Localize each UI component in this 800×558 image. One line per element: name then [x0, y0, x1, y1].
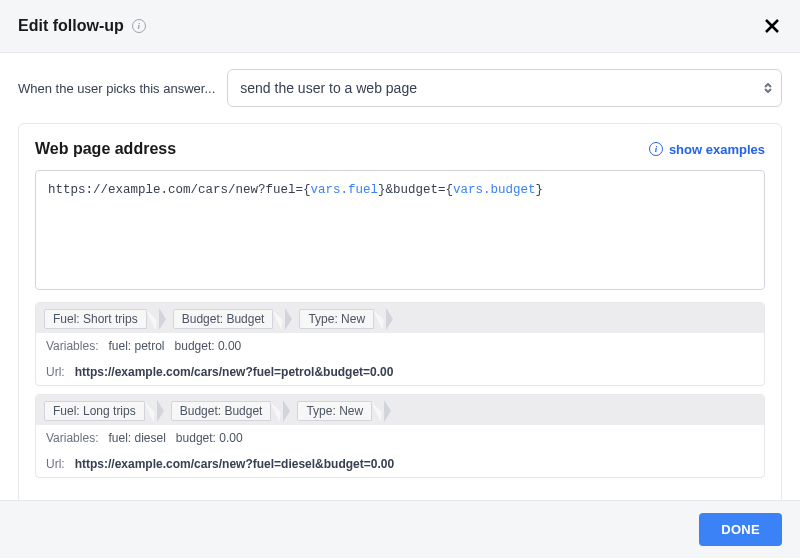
variable-kv: fuel: petrol [108, 339, 164, 353]
url-token-text: }&budget={ [378, 183, 453, 197]
url-token-var: vars.budget [453, 183, 536, 197]
done-button[interactable]: DONE [699, 513, 782, 546]
breadcrumb-item: Fuel: Short trips [44, 309, 159, 327]
header-left: Edit follow-up i [18, 17, 146, 35]
variables-label: Variables: [46, 339, 98, 353]
breadcrumb: Fuel: Long tripsBudget: BudgetType: New [36, 395, 764, 425]
url-token-text: https://example.com/cars/new?fuel={ [48, 183, 311, 197]
breadcrumb-label: Fuel: Long trips [44, 401, 145, 421]
action-select[interactable]: send the user to a web page [227, 69, 782, 107]
panel-head: Web page address i show examples [35, 140, 765, 158]
action-select-wrap: send the user to a web page [227, 69, 782, 107]
breadcrumb-item: Budget: Budget [171, 401, 284, 419]
modal-body: When the user picks this answer... send … [0, 53, 800, 500]
url-token-var: vars.fuel [311, 183, 379, 197]
variable-kv: budget: 0.00 [175, 339, 242, 353]
variable-kv: budget: 0.00 [176, 431, 243, 445]
modal-title: Edit follow-up [18, 17, 124, 35]
breadcrumb-label: Budget: Budget [173, 309, 274, 329]
breadcrumb-label: Budget: Budget [171, 401, 272, 421]
modal-footer: DONE [0, 500, 800, 558]
url-token-text: } [536, 183, 544, 197]
url-row: Url:https://example.com/cars/new?fuel=pe… [36, 359, 764, 385]
web-page-panel: Web page address i show examples https:/… [18, 123, 782, 500]
url-template-input[interactable]: https://example.com/cars/new?fuel={vars.… [35, 170, 765, 290]
breadcrumb: Fuel: Short tripsBudget: BudgetType: New [36, 303, 764, 333]
close-button[interactable] [762, 16, 782, 36]
breadcrumb-item: Budget: Budget [173, 309, 286, 327]
breadcrumb-label: Type: New [299, 309, 374, 329]
breadcrumb-label: Type: New [297, 401, 372, 421]
info-icon: i [649, 142, 663, 156]
show-examples-label: show examples [669, 142, 765, 157]
breadcrumb-item: Type: New [297, 401, 384, 419]
url-value: https://example.com/cars/new?fuel=diesel… [75, 457, 394, 471]
action-label: When the user picks this answer... [18, 81, 215, 96]
previews-list: Fuel: Short tripsBudget: BudgetType: New… [35, 302, 765, 478]
variables-row: Variables:fuel: dieselbudget: 0.00 [36, 425, 764, 451]
preview-item: Fuel: Short tripsBudget: BudgetType: New… [35, 302, 765, 386]
preview-item: Fuel: Long tripsBudget: BudgetType: NewV… [35, 394, 765, 478]
breadcrumb-item: Type: New [299, 309, 386, 327]
url-value: https://example.com/cars/new?fuel=petrol… [75, 365, 394, 379]
close-icon [763, 17, 781, 35]
url-row: Url:https://example.com/cars/new?fuel=di… [36, 451, 764, 477]
info-icon[interactable]: i [132, 19, 146, 33]
modal-header: Edit follow-up i [0, 0, 800, 53]
panel-title: Web page address [35, 140, 176, 158]
breadcrumb-item: Fuel: Long trips [44, 401, 157, 419]
variables-row: Variables:fuel: petrolbudget: 0.00 [36, 333, 764, 359]
url-label: Url: [46, 457, 65, 471]
variable-kv: fuel: diesel [108, 431, 165, 445]
breadcrumb-label: Fuel: Short trips [44, 309, 147, 329]
variables-label: Variables: [46, 431, 98, 445]
url-label: Url: [46, 365, 65, 379]
action-row: When the user picks this answer... send … [18, 69, 782, 107]
show-examples-link[interactable]: i show examples [649, 142, 765, 157]
